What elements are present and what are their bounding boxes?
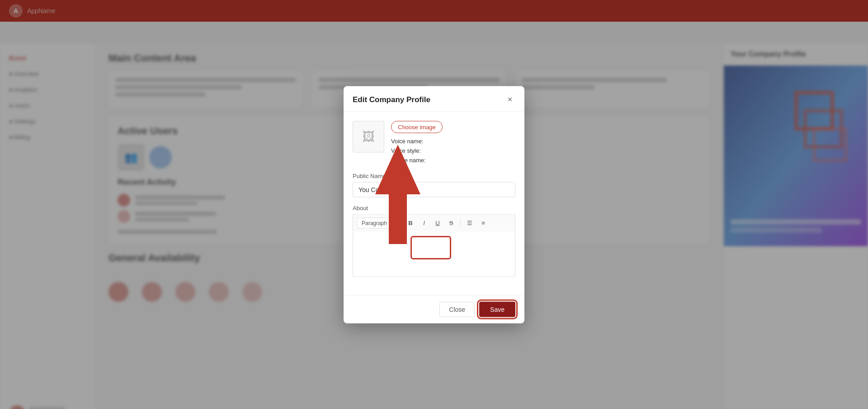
- image-controls: Choose image Voice name: Voice style: Sc…: [391, 121, 443, 163]
- public-name-input[interactable]: [353, 182, 515, 197]
- about-label: About: [353, 204, 515, 211]
- modal-footer: Close Save: [344, 295, 524, 323]
- italic-button[interactable]: I: [418, 217, 430, 229]
- bold-button[interactable]: B: [405, 217, 416, 229]
- voice-info: Voice name: Voice style: Scene name:: [391, 137, 443, 163]
- modal-body: 🖼 Choose image Voice name: Voice style: …: [344, 112, 524, 295]
- image-placeholder-icon: 🖼: [362, 129, 375, 144]
- public-name-group: Public Name: [353, 172, 515, 197]
- toolbar-divider-1: [401, 219, 401, 227]
- modal-title: Edit Company Profile: [353, 95, 430, 104]
- close-button[interactable]: Close: [439, 301, 475, 317]
- scene-name-label: Scene name:: [391, 156, 443, 163]
- choose-image-button[interactable]: Choose image: [391, 121, 443, 133]
- underline-button[interactable]: U: [432, 217, 443, 229]
- about-group: About Paragraph B I U S: [353, 204, 515, 278]
- modal-header: Edit Company Profile ×: [344, 86, 524, 112]
- strikethrough-button[interactable]: S: [445, 217, 457, 229]
- modal-close-button[interactable]: ×: [505, 94, 515, 105]
- save-button[interactable]: Save: [479, 301, 515, 317]
- voice-style-label: Voice style:: [391, 147, 443, 154]
- image-upload-section: 🖼 Choose image Voice name: Voice style: …: [353, 121, 515, 163]
- ordered-list-button[interactable]: ≡: [477, 217, 489, 229]
- public-name-label: Public Name: [353, 172, 515, 179]
- paragraph-select[interactable]: Paragraph: [357, 217, 398, 228]
- about-textarea[interactable]: [353, 231, 515, 277]
- voice-name-label: Voice name:: [391, 137, 443, 144]
- editor-toolbar: Paragraph B I U S ☰: [353, 214, 515, 231]
- toolbar-divider-2: [460, 219, 461, 227]
- edit-company-profile-modal: Edit Company Profile × 🖼 Choose image Vo…: [344, 86, 524, 323]
- bullet-list-button[interactable]: ☰: [464, 217, 476, 229]
- image-placeholder: 🖼: [353, 121, 384, 152]
